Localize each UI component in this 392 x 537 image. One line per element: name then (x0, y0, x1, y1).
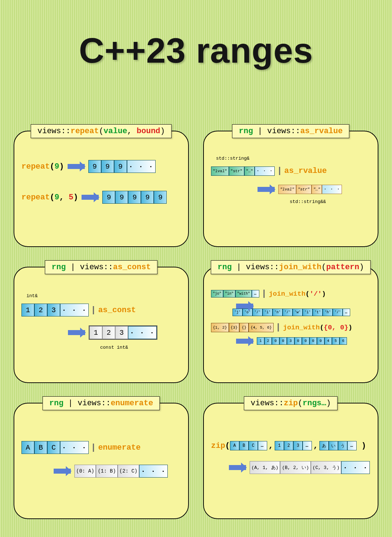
card-repeat: views::repeat(value, bound) repeat(9) 99… (14, 131, 189, 247)
cell: 'i' (303, 309, 313, 316)
cell: 0 (279, 337, 287, 345)
cell: 4 (324, 337, 332, 345)
enumerate-output: (0: A)(1: B)(2: C)· · · (74, 465, 168, 478)
card-as-const-title: rng | views::as_const (45, 260, 157, 274)
cell: あ (319, 441, 329, 450)
card-join-with: rng | views::join_with(pattern) "jo""in"… (203, 267, 378, 383)
cell: 6 (339, 337, 347, 345)
join-with-ex2-output: 120030000456 (257, 337, 347, 345)
zip-rng-2: あいう… (319, 441, 357, 450)
cell: C (249, 441, 258, 450)
join-with-ex1-input: "jo""in""with"… (211, 290, 259, 297)
cell: 0 (272, 337, 279, 345)
cell: 3 (287, 337, 294, 345)
cell: … (258, 441, 267, 450)
as-rvalue-output: "lval""str""…"· · · (278, 185, 342, 194)
cell: 'h' (323, 309, 333, 316)
card-grid: views::repeat(value, bound) repeat(9) 99… (14, 131, 378, 519)
page-title: C++23 ranges (0, 0, 392, 71)
arrow-icon (54, 469, 71, 474)
cell: 'i' (263, 309, 273, 316)
arrow-icon (236, 339, 253, 344)
card-as-rvalue: rng | views::as_rvalue std::string& "lva… (203, 131, 378, 247)
note-output-type: std::string&& (290, 199, 371, 204)
cell: … (343, 309, 350, 316)
arrow-icon (68, 330, 85, 335)
cell: 5 (332, 337, 339, 345)
arrow-icon (68, 164, 85, 169)
zip-rng-1: 123… (275, 441, 312, 450)
cell: … (347, 441, 357, 450)
card-repeat-title: views::repeat(value, bound) (31, 124, 172, 138)
cell: 0 (317, 337, 324, 345)
card-as-rvalue-title: rng | views::as_rvalue (232, 124, 349, 138)
cell: '/' (283, 309, 293, 316)
cell: い (329, 441, 338, 450)
cell: 0 (302, 337, 309, 345)
card-zip: views::zip(rngs…) zip( ABC…, 123…, あいう… … (203, 403, 378, 519)
zip-rng-0: ABC… (230, 441, 267, 450)
cell: 2 (264, 337, 272, 345)
cell: 'j' (232, 309, 242, 316)
card-zip-title: views::zip(rngs…) (244, 396, 338, 410)
cell: 0 (294, 337, 302, 345)
cell: 0 (309, 337, 317, 345)
repeat-ex1-output: 999· · · (88, 160, 156, 173)
cell: B (239, 441, 249, 450)
cell: A (230, 441, 239, 450)
cell: 't' (313, 309, 323, 316)
card-as-const: rng | views::as_const int& 123· · · | as… (14, 267, 189, 383)
cell: 2 (284, 441, 293, 450)
arrow-icon (236, 304, 253, 309)
card-enumerate-title: rng | views::enumerate (43, 396, 160, 410)
cell: う (338, 441, 347, 450)
cell: … (303, 441, 312, 450)
note-input-type: std::string& (216, 156, 371, 161)
cell: 1 (275, 441, 284, 450)
cell: 'n' (273, 309, 283, 316)
arrow-icon (258, 187, 275, 192)
card-join-with-title: rng | views::join_with(pattern) (211, 260, 371, 274)
note-input-type: int& (26, 293, 181, 299)
join-with-ex2-input: {1, 2}{3}{}{4, 5, 6} (211, 323, 274, 332)
zip-output: (A, 1, あ)(B, 2, い)(C, 3, う)· · · (250, 461, 370, 474)
arrow-icon (229, 465, 246, 470)
as-const-output: 123· · · (89, 325, 157, 340)
cell: 'w' (293, 309, 303, 316)
cell: 3 (293, 441, 303, 450)
cell: '/' (333, 309, 343, 316)
repeat-ex2-output: 99999 (102, 191, 167, 204)
note-output-type: const int& (100, 345, 181, 350)
arrow-icon (82, 195, 99, 200)
card-enumerate: rng | views::enumerate ABC· · · | enumer… (14, 403, 189, 519)
enumerate-input: ABC· · · (21, 441, 89, 454)
as-const-input: 123· · · (21, 304, 89, 316)
as-rvalue-input: "lval""str""…"· · · (211, 166, 275, 176)
